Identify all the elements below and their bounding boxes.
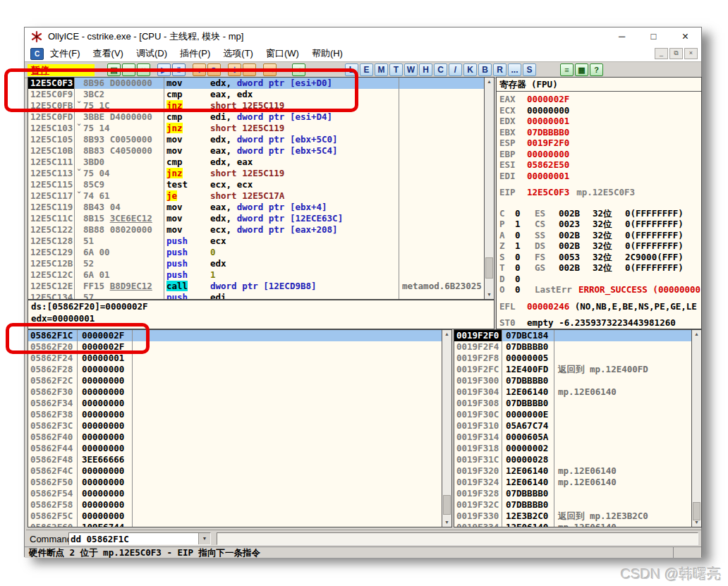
toolbar-execute-till-return-button[interactable]: ⇥	[263, 63, 277, 76]
register-row[interactable]: EDI00000001	[497, 171, 701, 182]
menu-item[interactable]: 帮助(H)	[305, 46, 349, 61]
dump-row[interactable]: 05862F4400000000	[28, 443, 442, 454]
stack-row[interactable]: 0019F30807DBBBB0	[454, 398, 692, 409]
dump-row[interactable]: 05862F4C00000000	[28, 465, 442, 477]
scrollbar-thumb[interactable]	[485, 257, 493, 279]
flag-row[interactable]: P1CS002332位0(FFFFFFFF)	[497, 219, 701, 230]
window-button-x[interactable]: /	[449, 63, 462, 76]
toolbar-pause-button[interactable]: ‖	[172, 63, 186, 76]
toolbar-step-over-button[interactable]: ↷	[207, 63, 221, 76]
scroll-up-icon[interactable]: ▲	[692, 330, 701, 338]
disasm-row[interactable]: 12E5C0FD 3BBE D4000000cmpedi, dword ptr …	[28, 111, 485, 123]
stack-row[interactable]: 0019F30C0000000E	[454, 409, 692, 420]
window-button-S[interactable]: S	[523, 63, 536, 76]
close-button[interactable]: ×	[669, 28, 701, 46]
stack-row[interactable]: 0019F2F800000005	[454, 353, 692, 364]
dump-row[interactable]: 05862F5400000000	[28, 488, 442, 499]
menu-item[interactable]: 查看(V)	[87, 46, 130, 61]
disasm-row[interactable]: 12E5C0F3 8B96 D0000000movedx, dword ptr …	[28, 78, 485, 89]
scroll-up-icon[interactable]: ▲	[442, 330, 451, 338]
disasm-row[interactable]: 12E5C12C 6A 01push1	[28, 269, 485, 281]
window-button-H[interactable]: H	[419, 63, 432, 76]
scroll-down-icon[interactable]: ▼	[442, 518, 451, 527]
menu-item[interactable]: 调试(D)	[130, 46, 174, 61]
dump-row[interactable]: 05862F60109E6744	[28, 522, 442, 527]
stack-row[interactable]: 0019F3140000605A	[454, 432, 692, 443]
disasm-row[interactable]: 12E5C122 8B88 08020000movecx, dword ptr …	[28, 224, 485, 236]
toolbar-close-program-button[interactable]: ×	[137, 63, 150, 76]
stack-row[interactable]: 0019F32412E06140mp.12E06140	[454, 477, 692, 488]
flag-row[interactable]: A0SS002B32位0(FFFFFFFF)	[497, 230, 701, 241]
toolbar-run-button[interactable]: ▶	[157, 63, 171, 76]
toolbar-step-into-button[interactable]: ↓	[193, 63, 206, 76]
flag-row[interactable]: O0LastErrERROR_SUCCESS (00000000	[497, 284, 701, 295]
disasm-row[interactable]: 12E5C115 85C9testecx, ecx	[28, 179, 485, 190]
toolbar-restart-button[interactable]: ↞	[122, 63, 135, 76]
stack-row[interactable]: 0019F33412E06140mp.12E06140	[454, 522, 692, 527]
register-row-eip[interactable]: EIP12E5C0F3mp.12E5C0F3	[497, 187, 701, 198]
disasm-row[interactable]: 12E5C0FBˇ75 1Cjnzshort 12E5C119	[28, 100, 485, 111]
menu-item[interactable]: 文件(F)	[44, 46, 87, 61]
dump-row[interactable]: 05862F483EE66666	[28, 454, 442, 465]
flag-row[interactable]: C0ES002B32位0(FFFFFFFF)	[497, 208, 701, 219]
disasm-row[interactable]: 12E5C113ˇ75 04jnzshort 12E5C119	[28, 168, 485, 179]
stack-row[interactable]: 0019F33012E3B2C0返回到 mp.12E3B2C0	[454, 511, 692, 522]
mdi-close-button[interactable]: ×	[684, 48, 698, 59]
dump-row[interactable]: 05862F2400000001	[28, 353, 442, 364]
scroll-down-icon[interactable]: ▼	[692, 518, 701, 527]
window-button-T[interactable]: T	[389, 63, 403, 76]
flag-row[interactable]: S0FS005332位2C9000(FFF)	[497, 252, 701, 263]
stack-row[interactable]: 0019F32C07DBBBB0	[454, 499, 692, 511]
dump-row[interactable]: 05862F200000002F	[28, 341, 442, 353]
toolbar-trace-over-button[interactable]: ⇝	[243, 63, 256, 76]
dump-scrollbar[interactable]: ▲ ▼	[442, 330, 451, 527]
flag-row[interactable]: D0	[497, 274, 701, 285]
disasm-row[interactable]: 12E5C111 3BD0cmpedx, eax	[28, 157, 485, 168]
menu-item[interactable]: 插件(P)	[174, 46, 217, 61]
dump-row[interactable]: 05862F5000000000	[28, 477, 442, 488]
register-row[interactable]: EBP00000000	[497, 149, 701, 160]
toolbar-help-button[interactable]: ?	[590, 63, 603, 76]
memory-dump-pane[interactable]: 05862F1C0000002F05862F200000002F05862F24…	[28, 329, 452, 527]
window-button-R[interactable]: R	[493, 63, 506, 76]
flag-row[interactable]: T0GS002B32位0(FFFFFFFF)	[497, 262, 701, 274]
scrollbar-thumb[interactable]	[443, 495, 451, 515]
stack-row[interactable]: 0019F30412E06140mp.12E06140	[454, 386, 692, 398]
stack-row[interactable]: 0019F2F407DBBBB0	[454, 341, 692, 353]
stack-row[interactable]: 0019F31800000002	[454, 443, 692, 454]
cpu-window-icon[interactable]: C	[30, 48, 44, 60]
dump-row[interactable]: 05862F3C00000000	[28, 420, 442, 432]
registers-pane[interactable]: 寄存器 (FPU) EAX0000002FECX00000000EDX00000…	[496, 77, 702, 329]
minimize-button[interactable]: ─	[606, 28, 638, 46]
eflags-row[interactable]: EFL00000246 (NO,NB,E,BE,NS,PE,GE,LE	[497, 301, 701, 312]
register-row[interactable]: ESP0019F2F0	[497, 138, 701, 149]
disasm-row[interactable]: 12E5C119 8B43 04moveax, dword ptr [ebx+4…	[28, 202, 485, 213]
window-button-xxx[interactable]: ...	[508, 63, 521, 76]
stack-pane[interactable]: 0019F2F007DBC1840019F2F407DBBBB00019F2F8…	[454, 329, 702, 527]
register-row[interactable]: ESI05862E50	[497, 159, 701, 171]
stack-row[interactable]: 0019F32807DBBBB0	[454, 488, 692, 499]
stack-row[interactable]: 0019F32012E06140mp.12E06140	[454, 465, 692, 477]
register-row[interactable]: ECX00000000	[497, 105, 701, 116]
window-button-K[interactable]: K	[463, 63, 477, 76]
maximize-button[interactable]: □	[638, 28, 669, 46]
stack-row[interactable]: 0019F2F007DBC184	[454, 330, 692, 341]
disasm-row[interactable]: 12E5C10B 8B83 C4050000moveax, dword ptr …	[28, 145, 485, 157]
window-button-B[interactable]: B	[478, 63, 492, 76]
dump-row[interactable]: 05862F5800000000	[28, 499, 442, 511]
register-row[interactable]: EAX0000002F	[497, 94, 701, 105]
disassembly-pane[interactable]: 12E5C0F3 8B96 D0000000movedx, dword ptr …	[28, 77, 495, 300]
disasm-row[interactable]: 12E5C0F9 3BC2cmpeax, edx	[28, 89, 485, 100]
disasm-row[interactable]: 12E5C134 57pushedi	[28, 292, 485, 300]
disasm-row[interactable]: 12E5C128 51pushecx	[28, 236, 485, 247]
disasm-row[interactable]: 12E5C12B 52pushedx	[28, 258, 485, 269]
stack-row[interactable]: 0019F31C00000028	[454, 454, 692, 465]
toolbar-appearance-button[interactable]: ▦	[575, 63, 588, 76]
stack-row[interactable]: 0019F30007DBBBB0	[454, 375, 692, 386]
chevron-down-icon[interactable]: ▼	[198, 533, 210, 544]
stack-row[interactable]: 0019F2FC12E400FD返回到 mp.12E400FD	[454, 364, 692, 375]
dump-row[interactable]: 05862F2C00000000	[28, 375, 442, 386]
window-button-W[interactable]: W	[404, 63, 418, 76]
window-button-E[interactable]: E	[360, 63, 373, 76]
mdi-restore-button[interactable]: ⧉	[669, 48, 683, 59]
